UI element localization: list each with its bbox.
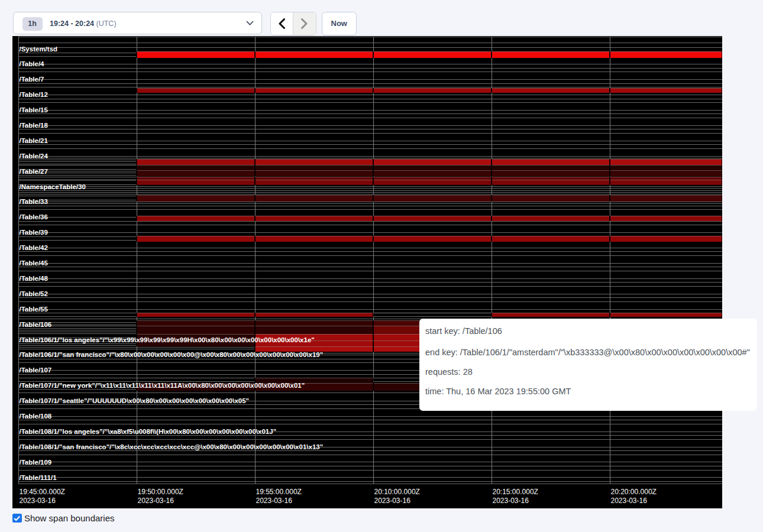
svg-text:20:20:00.000Z: 20:20:00.000Z xyxy=(611,488,657,496)
svg-text:2023-03-16: 2023-03-16 xyxy=(611,497,648,505)
svg-text:19:45:00.000Z: 19:45:00.000Z xyxy=(20,488,65,496)
svg-text:/Table/45: /Table/45 xyxy=(20,259,49,267)
svg-text:2023-03-16: 2023-03-16 xyxy=(493,497,529,505)
svg-text:/Table/33: /Table/33 xyxy=(20,198,48,205)
svg-text:/Table/39: /Table/39 xyxy=(20,229,48,236)
svg-text:/Table/52: /Table/52 xyxy=(20,290,48,297)
svg-text:/Table/108: /Table/108 xyxy=(20,413,52,420)
svg-text:19:50:00.000Z: 19:50:00.000Z xyxy=(138,488,183,496)
svg-text:20:15:00.000Z: 20:15:00.000Z xyxy=(493,488,538,496)
svg-text:/Table/48: /Table/48 xyxy=(20,275,49,282)
svg-text:/Table/106: /Table/106 xyxy=(20,321,52,328)
svg-text:/Table/4: /Table/4 xyxy=(20,60,45,67)
svg-text:20:10:00.000Z: 20:10:00.000Z xyxy=(374,488,420,496)
svg-text:/Table/108/1/"los angeles"/"\x: /Table/108/1/"los angeles"/"\xa8\xf5\u00… xyxy=(20,428,277,435)
svg-text:/System/tsd: /System/tsd xyxy=(20,46,58,53)
svg-text:2023-03-16: 2023-03-16 xyxy=(256,497,293,505)
svg-text:/Table/7: /Table/7 xyxy=(20,76,44,83)
svg-text:/Table/42: /Table/42 xyxy=(20,244,48,251)
svg-text:2023-03-16: 2023-03-16 xyxy=(138,497,174,505)
svg-text:/Table/12: /Table/12 xyxy=(20,91,48,98)
svg-text:/NamespaceTable/30: /NamespaceTable/30 xyxy=(20,183,86,190)
svg-text:/Table/21: /Table/21 xyxy=(20,137,49,144)
svg-text:/Table/109: /Table/109 xyxy=(20,459,52,466)
svg-text:/Table/107/1/"new york"/"\x11\: /Table/107/1/"new york"/"\x11\x11\x11\x1… xyxy=(20,382,305,389)
svg-text:/Table/18: /Table/18 xyxy=(20,122,49,129)
svg-text:19:55:00.000Z: 19:55:00.000Z xyxy=(256,488,302,496)
svg-text:/Table/15: /Table/15 xyxy=(20,106,49,113)
svg-text:/Table/55: /Table/55 xyxy=(20,306,49,313)
svg-text:/Table/106/1/"san francisco"/": /Table/106/1/"san francisco"/"\x80\x00\x… xyxy=(20,351,324,358)
svg-text:/Table/36: /Table/36 xyxy=(20,213,48,220)
svg-text:/Table/108/1/"san francisco"/": /Table/108/1/"san francisco"/"\x8c\xcc\x… xyxy=(20,443,324,450)
svg-text:/Table/107/1/"seattle"/"UUUUUU: /Table/107/1/"seattle"/"UUUUUUD\x00\x80\… xyxy=(20,397,250,404)
svg-text:/Table/111/1: /Table/111/1 xyxy=(20,474,57,481)
svg-text:/Table/24: /Table/24 xyxy=(20,153,49,160)
svg-text:2023-03-16: 2023-03-16 xyxy=(374,497,411,505)
svg-text:/Table/107: /Table/107 xyxy=(20,366,52,374)
svg-text:/Table/106/1/"los angeles"/"\x: /Table/106/1/"los angeles"/"\x99\x99\x99… xyxy=(20,336,315,343)
svg-text:2023-03-16: 2023-03-16 xyxy=(20,497,56,505)
svg-text:/Table/27: /Table/27 xyxy=(20,168,48,175)
